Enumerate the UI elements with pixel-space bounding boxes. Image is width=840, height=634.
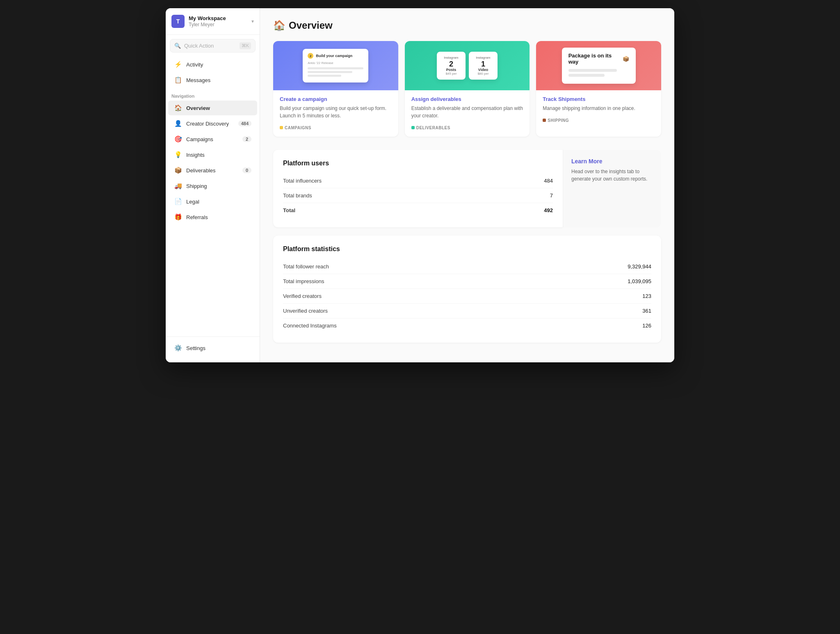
main-content: 🏠 Overview 2 Build your campaign Arklo '… — [260, 8, 674, 362]
sidebar: T My Workspace Tyler Meyer ▾ 🔍 Quick Act… — [166, 8, 260, 362]
ig-card-2: Instagram 1 Video $80 per — [469, 52, 498, 80]
mockup-subtitle: Arklo '22 Release — [308, 61, 363, 65]
page-title-text: Overview — [289, 20, 333, 31]
sidebar-item-label: Settings — [186, 345, 251, 351]
sidebar-item-label: Referrals — [186, 214, 251, 220]
stats-label: Unverified creators — [283, 308, 642, 314]
sidebar-item-overview[interactable]: 🏠 Overview — [168, 101, 257, 115]
red-mockup-title: Package is on its way 📦 — [568, 53, 629, 65]
card-preview-content: Package is on its way 📦 — [536, 41, 661, 90]
sidebar-item-shipping[interactable]: 🚚 Shipping — [168, 179, 257, 193]
stats-label: Connected Instagrams — [283, 323, 642, 329]
stats-row: Total follower reach 9,329,944 — [283, 259, 651, 274]
create-campaign-link[interactable]: Create a campaign — [280, 96, 392, 102]
card-preview-red: Package is on its way 📦 — [536, 41, 661, 90]
nav-section-header: Navigation — [166, 88, 260, 100]
red-line — [568, 74, 605, 77]
platform-statistics-section: Platform statistics Total follower reach… — [273, 236, 661, 343]
sidebar-item-deliverables[interactable]: 📦 Deliverables 0 — [168, 163, 257, 178]
sidebar-footer: ⚙️ Settings — [166, 336, 260, 356]
ig-price: $80 per — [474, 72, 493, 76]
sidebar-item-label: Creator Discovery — [186, 121, 238, 127]
page-title: 🏠 Overview — [273, 20, 661, 31]
sidebar-item-insights[interactable]: 💡 Insights — [168, 147, 257, 162]
sidebar-item-activity[interactable]: ⚡ Activity — [168, 57, 257, 72]
legal-icon: 📄 — [174, 197, 182, 206]
sidebar-item-referrals[interactable]: 🎁 Referrals — [168, 210, 257, 224]
stats-row: Total brands 7 — [283, 188, 553, 203]
sidebar-item-label: Campaigns — [186, 136, 242, 142]
sidebar-item-creator-discovery[interactable]: 👤 Creator Discovery 484 — [168, 116, 257, 131]
platform-users-title: Platform users — [283, 160, 553, 167]
stats-value: 126 — [642, 323, 651, 329]
card-tag: CAMPAIGNS — [280, 126, 311, 130]
shipping-icon: 🚚 — [174, 182, 182, 190]
messages-icon: 📋 — [174, 76, 182, 84]
stats-row: Total impressions 1,039,095 — [283, 274, 651, 289]
card-description: Establish a deliverable and compensation… — [411, 105, 523, 119]
tag-dot — [280, 126, 283, 129]
workspace-header[interactable]: T My Workspace Tyler Meyer ▾ — [166, 8, 260, 35]
card-description: Manage shipping information in one place… — [543, 105, 655, 112]
stats-row: Connected Instagrams 126 — [283, 318, 651, 333]
sidebar-item-campaigns[interactable]: 🎯 Campaigns 2 — [168, 132, 257, 146]
referrals-icon: 🎁 — [174, 213, 182, 221]
deliverables-badge: 0 — [242, 167, 251, 173]
insights-icon: 💡 — [174, 151, 182, 159]
page-emoji: 🏠 — [273, 20, 285, 31]
ig-count: 2 — [442, 60, 461, 68]
mockup-line — [308, 75, 341, 77]
quick-action-label: Quick Action — [184, 43, 240, 49]
stats-value: 361 — [642, 308, 651, 314]
learn-more-link[interactable]: Learn More — [571, 158, 653, 165]
card-body: Track Shipments Manage shipping informat… — [536, 90, 661, 129]
activity-icon: ⚡ — [174, 60, 182, 69]
feature-card-deliverables: Instagram 2 Posts $45 per Instagram 1 Vi… — [405, 41, 530, 137]
card-preview-green: Instagram 2 Posts $45 per Instagram 1 Vi… — [405, 41, 530, 90]
workspace-user: Tyler Meyer — [189, 22, 251, 27]
app-window: T My Workspace Tyler Meyer ▾ 🔍 Quick Act… — [166, 8, 674, 362]
card-body: Assign deliverables Establish a delivera… — [405, 90, 530, 137]
settings-icon: ⚙️ — [174, 344, 182, 352]
stats-value: 484 — [544, 178, 553, 184]
tag-dot — [411, 126, 415, 129]
card-body: Create a campaign Build your campaign us… — [273, 90, 398, 137]
stats-value: 1,039,095 — [628, 278, 651, 284]
track-shipments-link[interactable]: Track Shipments — [543, 96, 655, 102]
mockup-line — [308, 67, 363, 69]
mockup-header: 2 Build your campaign — [308, 53, 363, 59]
card-preview-content: Instagram 2 Posts $45 per Instagram 1 Vi… — [405, 41, 530, 90]
sidebar-item-settings[interactable]: ⚙️ Settings — [168, 341, 257, 355]
ig-count: 1 — [474, 60, 493, 68]
stats-label: Verified creators — [283, 293, 642, 299]
card-tag: DELIVERABLES — [411, 126, 450, 130]
quick-action-shortcut: ⌘K — [240, 42, 251, 49]
stats-value: 9,329,944 — [628, 263, 651, 270]
quick-action-button[interactable]: 🔍 Quick Action ⌘K — [170, 39, 256, 53]
avatar: T — [171, 15, 185, 28]
red-line — [568, 69, 617, 72]
card-description: Build your campaign using our quick set-… — [280, 105, 392, 119]
tag-dot — [543, 119, 546, 122]
ig-type: Video — [474, 68, 493, 72]
sidebar-item-messages[interactable]: 📋 Messages — [168, 73, 257, 87]
mockup-title: Build your campaign — [316, 54, 352, 58]
feature-cards: 2 Build your campaign Arklo '22 Release … — [273, 41, 661, 137]
sidebar-item-label: Overview — [186, 105, 251, 111]
sidebar-item-label: Activity — [186, 62, 251, 68]
stats-row: Total influencers 484 — [283, 174, 553, 188]
ig-price: $45 per — [442, 72, 461, 76]
stats-value-total: 492 — [544, 207, 553, 213]
deliverables-icon: 📦 — [174, 166, 182, 174]
red-title-text: Package is on its way — [568, 53, 620, 65]
sidebar-item-legal[interactable]: 📄 Legal — [168, 194, 257, 209]
assign-deliverables-link[interactable]: Assign deliverables — [411, 96, 523, 102]
ig-card-1: Instagram 2 Posts $45 per — [437, 52, 466, 80]
sidebar-item-label: Legal — [186, 199, 251, 205]
sidebar-item-label: Insights — [186, 152, 251, 158]
stats-value: 7 — [550, 192, 553, 199]
platform-users-main: Platform users Total influencers 484 Tot… — [273, 150, 563, 227]
stats-row: Unverified creators 361 — [283, 304, 651, 318]
stats-value: 123 — [642, 293, 651, 299]
feature-card-campaigns: 2 Build your campaign Arklo '22 Release … — [273, 41, 398, 137]
